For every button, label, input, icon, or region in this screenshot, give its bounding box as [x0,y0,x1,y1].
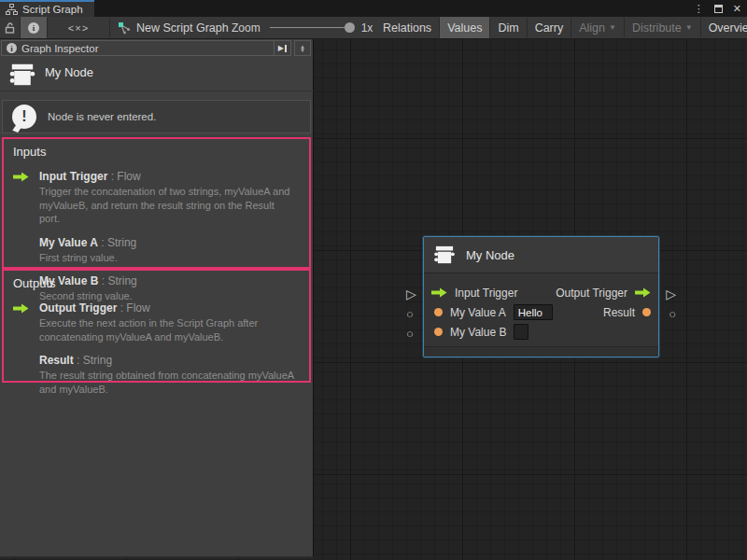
script-graph-window: Script Graph ⋮ ✕ i <×> [0,0,747,560]
port-description: The result string obtained from concaten… [39,369,300,396]
port-doc-input-trigger: Input TriggerFlow Trigger the concatenat… [13,167,300,226]
input-trigger-label: Input Trigger [455,287,517,300]
flow-port-icon[interactable]: ▷ [666,287,676,301]
zoom-slider-handle[interactable] [345,22,355,33]
my-value-a-input[interactable] [514,304,553,320]
graph-inspector-panel: i Graph Inspector ▶ ▲ ▼ My Node ! Node i… [0,39,314,558]
port-doc-output-trigger: Output TriggerFlow Execute the next acti… [13,299,300,343]
port-type: String [98,236,136,249]
warning-icon: ! [12,105,36,129]
output-trigger-label: Output Trigger [556,287,627,300]
port-name: Result [39,354,74,367]
scroll-down-icon[interactable]: ▼ [300,49,305,52]
more-icon[interactable]: ⋮ [694,4,704,14]
overview-button[interactable]: Overview [701,17,747,38]
port-type: Flow [107,170,140,183]
zoom-label: Zoom [232,21,261,35]
node-footer [424,346,658,357]
inputs-heading: Inputs [13,145,300,159]
result-label: Result [603,306,635,319]
tab-script-graph[interactable]: Script Graph [0,0,94,17]
outputs-section: Outputs Output TriggerFlow Execute the n… [2,269,311,383]
close-icon[interactable]: ✕ [733,4,741,14]
node-icon [432,243,457,267]
dim-button[interactable]: Dim [490,17,526,38]
info-icon: i [28,22,39,34]
zoom-value: 1x [361,21,374,35]
port-name: Input Trigger [39,170,107,183]
port-description: Execute the next action in the Script Gr… [39,316,300,343]
warning-text: Node is never entered. [48,111,156,122]
inspected-node-section: My Node [0,58,314,91]
port-type: Flow [117,301,149,315]
flow-port-icon [13,303,29,314]
tab-strip: Script Graph ⋮ ✕ [0,0,747,17]
carry-button[interactable]: Carry [528,17,571,38]
toolbar: i <×> New Script Graph Zoom 1x Relations… [0,17,747,39]
window-controls: ⋮ ✕ [694,0,741,17]
my-value-a-label: My Value A [450,306,506,319]
maximize-icon[interactable] [714,5,723,13]
flow-out-port-icon[interactable] [635,287,651,298]
zoom-slider[interactable] [270,27,350,28]
value-in-port-icon[interactable] [434,308,443,316]
graph-name-label: New Script Graph [136,21,229,35]
flow-port-icon[interactable]: ▷ [406,287,416,301]
graph-inspector-header: i Graph Inspector ▶ [1,40,291,56]
inputs-section: Inputs Input TriggerFlow Trigger the con… [2,137,311,269]
value-in-port-icon[interactable] [434,328,443,336]
inspector-title: Graph Inspector [21,43,269,54]
port-description: First string value. [39,251,136,265]
value-out-port-icon[interactable] [642,308,651,316]
code-view-button[interactable]: <×> [48,17,109,38]
flow-port-icon [13,172,29,182]
my-node[interactable]: My Node Input Trigger Output Trigger [423,236,659,357]
my-value-b-label: My Value B [450,326,506,339]
lock-icon [5,22,15,34]
node-icon [7,60,37,90]
info-icon: i [7,43,17,53]
code-icon: <×> [68,22,89,34]
value-port-icon[interactable]: ○ [406,328,414,341]
port-type: String [74,354,112,367]
port-doc-my-value-a: My Value AString First string value. [13,233,300,265]
node-row-value-a: My Value A Result [431,303,651,321]
chevron-down-icon: ▼ [685,23,693,32]
dock-button[interactable]: ▶ [274,41,290,55]
port-description: Trigger the concatenation of two strings… [39,185,300,226]
graph-breadcrumb-button[interactable]: New Script Graph [118,17,229,38]
my-value-b-input[interactable] [514,324,529,340]
node-row-value-b: My Value B [431,323,651,341]
flow-in-port-icon[interactable] [431,287,447,298]
toolbar-right-group: Relations Values Dim Carry Align ▼ Distr… [375,17,747,38]
inspected-node-title: My Node [45,65,93,79]
dock-icon: ▶ [278,44,284,52]
node-title: My Node [466,248,514,262]
inspector-scroll-buttons: ▲ ▼ [294,40,311,56]
port-doc-result: ResultString The result string obtained … [13,351,300,396]
script-graph-tab-icon [6,4,18,15]
port-name: Output Trigger [39,301,117,315]
my-node-header[interactable]: My Node [424,237,658,273]
align-dropdown[interactable]: Align ▼ [571,17,624,38]
port-name: My Value A [39,236,98,249]
tab-label: Script Graph [22,4,83,15]
value-port-icon[interactable]: ○ [669,308,676,321]
zoom-control: Zoom 1x [232,17,373,38]
chevron-down-icon: ▼ [609,23,616,32]
values-button[interactable]: Values [440,17,489,38]
value-port-icon[interactable]: ○ [406,308,414,321]
lock-button[interactable] [0,17,20,38]
warning-message: ! Node is never entered. [2,100,311,133]
graph-asset-icon [118,21,132,35]
outputs-heading: Outputs [13,276,300,290]
my-node-body: Input Trigger Output Trigger My Value A … [424,273,658,341]
relations-button[interactable]: Relations [375,17,439,38]
node-row-trigger: Input Trigger Output Trigger [431,284,651,301]
inspector-toggle-button[interactable]: i [21,17,47,38]
distribute-dropdown[interactable]: Distribute ▼ [625,17,700,38]
